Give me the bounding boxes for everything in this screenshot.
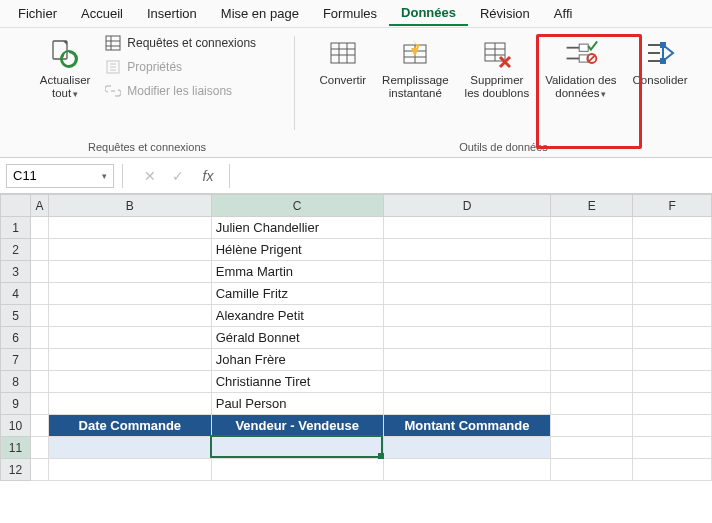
tab-mise-en-page[interactable]: Mise en page: [209, 2, 311, 25]
cell-F10[interactable]: [633, 415, 712, 437]
tab-insertion[interactable]: Insertion: [135, 2, 209, 25]
row-header[interactable]: 10: [1, 415, 31, 437]
cell-B1[interactable]: [48, 217, 211, 239]
flash-fill-button[interactable]: Remplissage instantané: [376, 32, 454, 104]
spreadsheet-grid[interactable]: A B C D E F 1Julien Chandellier2Hélène P…: [0, 194, 712, 481]
tab-donnees[interactable]: Données: [389, 1, 468, 26]
col-header-E[interactable]: E: [551, 195, 633, 217]
row-header[interactable]: 11: [1, 437, 31, 459]
cell-D3[interactable]: [383, 261, 551, 283]
cell-B3[interactable]: [48, 261, 211, 283]
cell-B6[interactable]: [48, 327, 211, 349]
cell-C2[interactable]: Hélène Prigent: [211, 239, 383, 261]
cell-E7[interactable]: [551, 349, 633, 371]
cell-A7[interactable]: [30, 349, 48, 371]
cell-E1[interactable]: [551, 217, 633, 239]
refresh-all-button[interactable]: Actualiser tout▾: [34, 32, 97, 104]
cell-F11[interactable]: [633, 437, 712, 459]
cell-E8[interactable]: [551, 371, 633, 393]
cell-D9[interactable]: [383, 393, 551, 415]
cell-E5[interactable]: [551, 305, 633, 327]
cell-F1[interactable]: [633, 217, 712, 239]
cell-C5[interactable]: Alexandre Petit: [211, 305, 383, 327]
row-header[interactable]: 4: [1, 283, 31, 305]
cell-D11[interactable]: [383, 437, 551, 459]
cell-D7[interactable]: [383, 349, 551, 371]
row-header[interactable]: 6: [1, 327, 31, 349]
cell-A12[interactable]: [30, 459, 48, 481]
cell-B7[interactable]: [48, 349, 211, 371]
tab-accueil[interactable]: Accueil: [69, 2, 135, 25]
cell-B8[interactable]: [48, 371, 211, 393]
cell-C3[interactable]: Emma Martin: [211, 261, 383, 283]
cell-A10[interactable]: [30, 415, 48, 437]
cell-C6[interactable]: Gérald Bonnet: [211, 327, 383, 349]
queries-connections-button[interactable]: Requêtes et connexions: [100, 32, 260, 54]
cell-A8[interactable]: [30, 371, 48, 393]
row-header[interactable]: 2: [1, 239, 31, 261]
insert-function-button[interactable]: fx: [193, 164, 219, 188]
cell-D10[interactable]: Montant Commande: [383, 415, 551, 437]
cell-E6[interactable]: [551, 327, 633, 349]
text-to-columns-button[interactable]: Convertir: [313, 32, 372, 91]
cell-B10[interactable]: Date Commande: [48, 415, 211, 437]
cell-B9[interactable]: [48, 393, 211, 415]
name-box[interactable]: C11 ▾: [6, 164, 114, 188]
row-header[interactable]: 3: [1, 261, 31, 283]
cell-A2[interactable]: [30, 239, 48, 261]
remove-duplicates-button[interactable]: Supprimer les doublons: [459, 32, 536, 104]
cell-F12[interactable]: [633, 459, 712, 481]
cell-E11[interactable]: [551, 437, 633, 459]
col-header-F[interactable]: F: [633, 195, 712, 217]
row-header[interactable]: 7: [1, 349, 31, 371]
tab-formules[interactable]: Formules: [311, 2, 389, 25]
tab-fichier[interactable]: Fichier: [6, 2, 69, 25]
formula-input[interactable]: [236, 164, 712, 188]
cell-B5[interactable]: [48, 305, 211, 327]
cell-D5[interactable]: [383, 305, 551, 327]
cell-F4[interactable]: [633, 283, 712, 305]
cell-D12[interactable]: [383, 459, 551, 481]
row-header[interactable]: 5: [1, 305, 31, 327]
cell-E4[interactable]: [551, 283, 633, 305]
cell-F3[interactable]: [633, 261, 712, 283]
cell-E2[interactable]: [551, 239, 633, 261]
cell-F5[interactable]: [633, 305, 712, 327]
cell-F2[interactable]: [633, 239, 712, 261]
cell-E9[interactable]: [551, 393, 633, 415]
tab-affichage-truncated[interactable]: Affi: [542, 2, 585, 25]
cell-C4[interactable]: Camille Fritz: [211, 283, 383, 305]
cell-E10[interactable]: [551, 415, 633, 437]
data-validation-button[interactable]: Validation des données▾: [539, 32, 622, 104]
cell-A9[interactable]: [30, 393, 48, 415]
cell-F8[interactable]: [633, 371, 712, 393]
cell-C11[interactable]: [211, 437, 383, 459]
cell-C9[interactable]: Paul Person: [211, 393, 383, 415]
properties-button[interactable]: Propriétés: [100, 56, 260, 78]
cell-C10[interactable]: Vendeur - Vendeuse: [211, 415, 383, 437]
cell-A1[interactable]: [30, 217, 48, 239]
cell-F7[interactable]: [633, 349, 712, 371]
col-header-C[interactable]: C: [211, 195, 383, 217]
cell-A5[interactable]: [30, 305, 48, 327]
cell-B11[interactable]: [48, 437, 211, 459]
commit-formula-button[interactable]: ✓: [165, 164, 191, 188]
cell-D6[interactable]: [383, 327, 551, 349]
cell-D8[interactable]: [383, 371, 551, 393]
col-header-D[interactable]: D: [383, 195, 551, 217]
cell-D1[interactable]: [383, 217, 551, 239]
cell-B4[interactable]: [48, 283, 211, 305]
cell-D2[interactable]: [383, 239, 551, 261]
tab-revision[interactable]: Révision: [468, 2, 542, 25]
cell-E12[interactable]: [551, 459, 633, 481]
col-header-B[interactable]: B: [48, 195, 211, 217]
cell-C1[interactable]: Julien Chandellier: [211, 217, 383, 239]
row-header[interactable]: 12: [1, 459, 31, 481]
cell-A11[interactable]: [30, 437, 48, 459]
cell-C12[interactable]: [211, 459, 383, 481]
cancel-formula-button[interactable]: ✕: [137, 164, 163, 188]
cell-F6[interactable]: [633, 327, 712, 349]
cell-A4[interactable]: [30, 283, 48, 305]
cell-F9[interactable]: [633, 393, 712, 415]
cell-B2[interactable]: [48, 239, 211, 261]
